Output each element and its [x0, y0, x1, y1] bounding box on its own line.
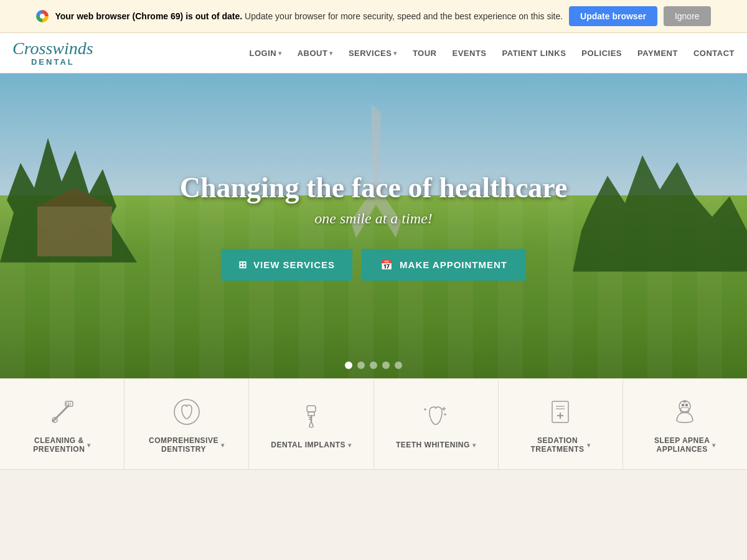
- doctor-face-icon: [668, 394, 702, 429]
- service-implants[interactable]: DENTAL IMPLANTS ▾: [249, 379, 374, 469]
- carousel-dot-2[interactable]: [357, 362, 365, 369]
- nav-events[interactable]: EVENTS: [453, 49, 487, 58]
- grid-icon: ⊞: [238, 259, 247, 271]
- ignore-button[interactable]: Ignore: [664, 6, 711, 26]
- tooth-circle-icon: [169, 394, 204, 429]
- calendar-icon: 📅: [380, 259, 393, 271]
- nav-payment[interactable]: PAYMENT: [637, 49, 678, 58]
- carousel-dot-3[interactable]: [370, 362, 377, 369]
- nav-patient-links[interactable]: PATIENT LINKS: [502, 49, 566, 58]
- nav-policies[interactable]: POLICIES: [581, 49, 622, 58]
- nav-about[interactable]: ABOUT ▾: [298, 49, 333, 58]
- svg-point-25: [682, 404, 684, 406]
- service-implants-label: DENTAL IMPLANTS ▾: [271, 441, 351, 449]
- service-cleaning[interactable]: CLEANING &PREVENTION ▾: [0, 379, 125, 469]
- main-navigation: Crosswinds DENTAL LOGIN ▾ ABOUT ▾ SERVIC…: [0, 33, 747, 73]
- update-browser-button[interactable]: Update browser: [569, 6, 657, 26]
- service-sedation-label: SEDATIONTREATMENTS ▾: [530, 436, 590, 454]
- hero-content: Changing the face of healthcare one smil…: [0, 73, 747, 378]
- chevron-down-icon: ▾: [472, 442, 476, 449]
- service-cleaning-label: CLEANING &PREVENTION ▾: [33, 436, 91, 454]
- chevron-down-icon: ▾: [712, 442, 716, 449]
- hero-subtitle: one smile at a time!: [314, 210, 432, 227]
- logo-area[interactable]: Crosswinds DENTAL: [12, 40, 93, 67]
- svg-point-26: [686, 404, 688, 406]
- footer-area: [0, 470, 747, 532]
- chrome-icon: [36, 10, 49, 22]
- svg-rect-18: [552, 401, 568, 422]
- service-whitening-label: TEETH WHITENING ▾: [396, 441, 476, 449]
- nav-login[interactable]: LOGIN ▾: [249, 49, 281, 58]
- chevron-down-icon: ▾: [87, 442, 91, 449]
- hero-buttons: ⊞ VIEW SERVICES 📅 MAKE APPOINTMENT: [221, 249, 526, 281]
- service-sleep-apnea-label: SLEEP APNEAAPPLIANCES ▾: [654, 436, 716, 454]
- service-comprehensive-label: COMPREHENSIVEDENTISTRY ▾: [149, 436, 224, 454]
- view-services-button[interactable]: ⊞ VIEW SERVICES: [221, 249, 352, 281]
- services-bar: CLEANING &PREVENTION ▾ COMPREHENSIVEDENT…: [0, 378, 747, 470]
- chevron-down-icon: ▾: [348, 442, 352, 449]
- svg-line-0: [53, 406, 68, 421]
- nav-tour[interactable]: TOUR: [413, 49, 437, 58]
- sparkle-tooth-icon: [419, 399, 453, 433]
- make-appointment-button[interactable]: 📅 MAKE APPOINTMENT: [362, 249, 526, 281]
- carousel-dot-5[interactable]: [395, 362, 402, 369]
- svg-point-6: [174, 399, 199, 424]
- toothbrush-icon: [45, 394, 79, 429]
- service-sleep-apnea[interactable]: SLEEP APNEAAPPLIANCES ▾: [623, 379, 747, 469]
- svg-rect-7: [307, 406, 316, 412]
- service-comprehensive[interactable]: COMPREHENSIVEDENTISTRY ▾: [125, 379, 249, 469]
- carousel-dots: [345, 362, 402, 369]
- chevron-down-icon: ▾: [278, 50, 282, 57]
- nav-services[interactable]: SERVICES ▾: [349, 49, 397, 58]
- carousel-dot-1[interactable]: [345, 362, 352, 369]
- chevron-down-icon: ▾: [393, 50, 397, 57]
- browser-update-bar: Your web browser (Chrome 69) is out of d…: [0, 0, 747, 33]
- hero-title: Changing the face of healthcare: [180, 171, 568, 204]
- hero-section: Changing the face of healthcare one smil…: [0, 73, 747, 378]
- logo-crosswinds: Crosswinds: [12, 40, 93, 57]
- logo-dental: DENTAL: [12, 57, 93, 67]
- nav-contact[interactable]: CONTACT: [693, 49, 735, 58]
- browser-warning-text: Your web browser (Chrome 69) is out of d…: [55, 11, 563, 21]
- document-cross-icon: [543, 394, 578, 429]
- chevron-down-icon: ▾: [221, 442, 225, 449]
- carousel-dot-4[interactable]: [382, 362, 390, 369]
- service-sedation[interactable]: SEDATIONTREATMENTS ▾: [499, 379, 623, 469]
- service-whitening[interactable]: TEETH WHITENING ▾: [374, 379, 499, 469]
- nav-links: LOGIN ▾ ABOUT ▾ SERVICES ▾ TOUR EVENTS P…: [249, 49, 735, 58]
- chevron-down-icon: ▾: [329, 50, 333, 57]
- chevron-down-icon: ▾: [587, 442, 591, 449]
- implant-icon: [294, 399, 328, 433]
